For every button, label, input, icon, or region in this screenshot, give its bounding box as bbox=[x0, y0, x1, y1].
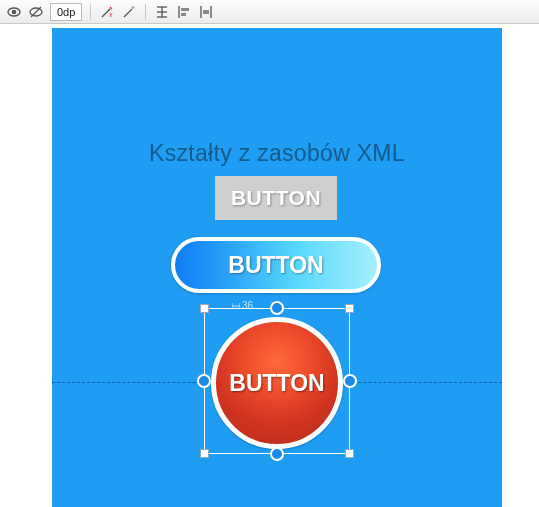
constraint-handle-top[interactable] bbox=[270, 301, 284, 315]
margin-value: 36 bbox=[242, 300, 253, 311]
align-left-icon[interactable] bbox=[174, 2, 194, 22]
button-circle-gradient[interactable]: BUTTON bbox=[211, 317, 343, 449]
toolbar-separator bbox=[90, 4, 91, 20]
svg-rect-11 bbox=[181, 13, 186, 16]
resize-handle-top-left[interactable] bbox=[200, 304, 209, 313]
svg-point-1 bbox=[12, 10, 15, 13]
constraint-handle-bottom[interactable] bbox=[270, 447, 284, 461]
margin-indicator: 36 bbox=[232, 300, 253, 311]
wand-x-icon[interactable]: x bbox=[97, 2, 117, 22]
wand-icon[interactable] bbox=[119, 2, 139, 22]
button-pill-gradient[interactable]: BUTTON bbox=[171, 237, 381, 293]
button-plain[interactable]: BUTTON bbox=[215, 176, 337, 220]
button-label: BUTTON bbox=[229, 370, 324, 397]
svg-text:x: x bbox=[109, 11, 113, 18]
eye-icon[interactable] bbox=[4, 2, 24, 22]
svg-rect-10 bbox=[181, 8, 189, 11]
editor-toolbar: 0dp x bbox=[0, 0, 539, 24]
toolbar-separator bbox=[145, 4, 146, 20]
design-surface[interactable]: Kształty z zasobów XML BUTTON BUTTON BUT… bbox=[0, 24, 539, 507]
svg-rect-14 bbox=[203, 10, 209, 14]
viewport-size-field[interactable]: 0dp bbox=[50, 3, 82, 21]
constraint-handle-left[interactable] bbox=[197, 374, 211, 388]
resize-handle-top-right[interactable] bbox=[345, 304, 354, 313]
strike-eye-icon[interactable] bbox=[26, 2, 46, 22]
resize-handle-bottom-right[interactable] bbox=[345, 449, 354, 458]
heading-text: Kształty z zasobów XML bbox=[52, 140, 502, 167]
button-label: BUTTON bbox=[228, 252, 323, 279]
button-label: BUTTON bbox=[231, 186, 321, 210]
resize-handle-bottom-left[interactable] bbox=[200, 449, 209, 458]
distribute-vertical-icon[interactable] bbox=[152, 2, 172, 22]
device-canvas[interactable]: Kształty z zasobów XML BUTTON BUTTON BUT… bbox=[52, 28, 502, 507]
align-vertical-center-icon[interactable] bbox=[196, 2, 216, 22]
constraint-handle-right[interactable] bbox=[343, 374, 357, 388]
